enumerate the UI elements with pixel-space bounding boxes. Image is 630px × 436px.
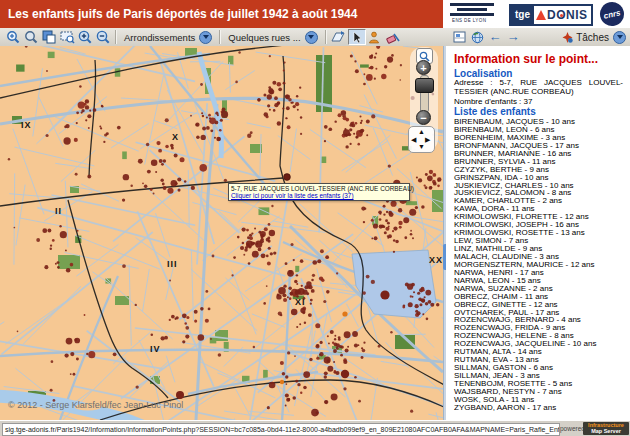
map-copyright: © 2012 - Serge Klarsfeld/fec Jean-Luc Pi… (8, 400, 183, 410)
forward-icon[interactable]: → (504, 29, 522, 45)
chevron-down-icon[interactable] (613, 31, 626, 44)
address-text: Adresse : 5-7, RUE JACQUES LOUVEL-TESSIE… (454, 79, 623, 96)
section-liste: Liste des enfants (454, 106, 536, 117)
toolbar: Arrondissements Quelques rues ... (0, 28, 630, 47)
rues-dropdown[interactable]: Quelques rues ... (224, 31, 321, 44)
page-title: Les enfants juifs de Paris déportés de j… (8, 0, 357, 28)
overview-map-icon[interactable] (450, 29, 468, 45)
zoom-out-button[interactable]: − (416, 110, 431, 125)
identify-person-icon[interactable] (366, 29, 384, 45)
tasks-icon (562, 32, 573, 43)
pan-up-icon[interactable]: ▲ (418, 128, 425, 135)
clear-selection-icon[interactable] (384, 29, 402, 45)
adonis-label: DONIS (536, 8, 588, 22)
pan-down-icon[interactable]: ▼ (418, 143, 425, 150)
rues-label: Quelques rues ... (228, 32, 300, 43)
full-extent-icon[interactable] (40, 29, 58, 45)
info-panel: Information sur le point... Localisation… (446, 46, 630, 420)
tasks-label: Tâches (576, 32, 609, 43)
toolbar-separator (115, 30, 117, 44)
pan-right-icon[interactable]: ▶ (425, 136, 430, 143)
application-window: Les enfants juifs de Paris déportés de j… (0, 0, 630, 436)
back-icon[interactable]: ← (486, 29, 504, 45)
arrondissements-label: Arrondissements (124, 32, 195, 43)
pan-left-icon[interactable]: ◀ (411, 136, 416, 143)
tge-adonis-logo: tge DONIS (509, 4, 593, 26)
district-label: XI (295, 297, 306, 307)
tasks-menu[interactable]: Tâches (562, 29, 626, 45)
children-count: Nombre d'enfants : 37 (454, 97, 532, 106)
map-viewport[interactable]: IXXIIIIIIVXIXX 5-7, RUE JACQUES LOUVEL-T… (0, 46, 443, 420)
child-entry: ZYGBAND, AARON - 17 ans (454, 404, 626, 412)
ens-lyon-logo: ENS DE LYON (450, 3, 494, 25)
children-list: BIRENBAUM, JACQUES - 10 ansBIRENBAUM, LE… (454, 118, 626, 412)
pan-pad[interactable]: ▲ ▼ ◀ ▶ (408, 126, 435, 153)
zoom-in-icon[interactable] (4, 29, 22, 45)
chevron-down-icon[interactable] (305, 31, 318, 44)
zoom-in-button[interactable]: + (416, 60, 431, 75)
globe-icon[interactable] (468, 29, 486, 45)
map-server-badge: Infrastructure Map Server (583, 422, 629, 435)
ens-caption: ENS DE LYON (452, 18, 486, 23)
zoom-plus-icon[interactable] (76, 29, 94, 45)
toolbar-separator (325, 30, 327, 44)
district-label: III (167, 259, 178, 269)
info-panel-title: Information sur le point... (454, 52, 598, 66)
tooltip-children-link[interactable]: Cliquer ici pour voir la liste des enfan… (231, 192, 407, 199)
arrondissements-dropdown[interactable]: Arrondissements (120, 31, 216, 44)
chevron-down-icon[interactable] (199, 31, 212, 44)
district-label: IV (150, 344, 161, 354)
zoom-slider-handle[interactable] (415, 78, 434, 93)
map-tooltip: 5-7, RUE JACQUES LOUVEL-TESSIER (ANC.RUE… (228, 183, 410, 201)
adonis-triangle-icon (536, 10, 546, 20)
zoom-previous-icon[interactable] (22, 29, 40, 45)
zoom-minus-icon[interactable] (94, 29, 112, 45)
cnrs-logo: cnrs (598, 0, 626, 28)
tge-label: tge (511, 6, 534, 24)
district-label: II (55, 206, 62, 216)
status-url: sig.tge-adonis.fr/Paris1942/Information/… (2, 423, 560, 436)
district-label: XX (429, 255, 443, 265)
status-bar: sig.tge-adonis.fr/Paris1942/Information/… (0, 420, 630, 436)
district-label: X (172, 132, 179, 142)
title-bar: Les enfants juifs de Paris déportés de j… (0, 0, 443, 28)
district-label: IX (21, 120, 32, 130)
logo-strip: ENS DE LYON tge DONIS cnrs (443, 0, 630, 29)
pan-map-icon[interactable] (330, 29, 348, 45)
tooltip-address: 5-7, RUE JACQUES LOUVEL-TESSIER (ANC.RUE… (231, 185, 407, 192)
map-canvas[interactable] (0, 46, 443, 420)
select-arrow-icon[interactable] (348, 29, 366, 45)
zoom-selection-icon[interactable] (58, 29, 76, 45)
toolbar-separator (219, 30, 221, 44)
